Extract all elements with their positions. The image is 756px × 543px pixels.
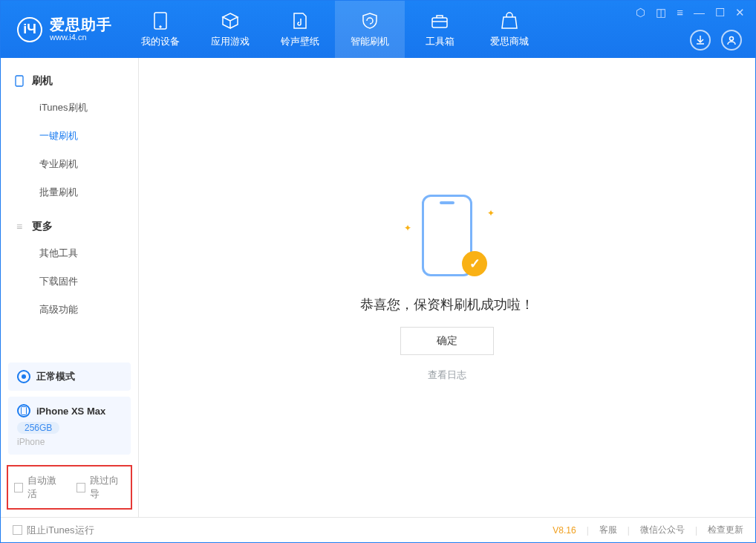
sidebar-item-itunes[interactable]: iTunes刷机 <box>1 94 138 122</box>
tab-apps[interactable]: 应用游戏 <box>195 1 265 58</box>
list-icon: ≡ <box>14 221 25 232</box>
cube-icon <box>221 11 240 30</box>
tab-wallpaper[interactable]: 铃声壁纸 <box>265 1 335 58</box>
sidebar-section-flash: 刷机 <box>1 68 138 94</box>
checkbox-icon <box>76 483 85 492</box>
footer-link-update[interactable]: 检查更新 <box>708 524 743 536</box>
storage-badge: 256GB <box>17 422 59 434</box>
sidebar-item-advanced[interactable]: 高级功能 <box>1 296 138 324</box>
window-controls: ⬡ ◫ ≡ — ☐ ✕ <box>636 7 745 18</box>
app-title: 爱思助手 <box>50 16 112 33</box>
svg-point-4 <box>730 37 734 41</box>
version-label: V8.16 <box>553 525 576 536</box>
section-title-label: 更多 <box>32 220 53 233</box>
tab-store[interactable]: 爱思商城 <box>475 1 544 58</box>
device-type: iPhone <box>17 437 122 447</box>
app-subtitle: www.i4.cn <box>50 33 112 42</box>
sidebar-item-other[interactable]: 其他工具 <box>1 239 138 267</box>
user-button[interactable] <box>721 30 742 51</box>
tab-label: 工具箱 <box>426 35 454 48</box>
minimize-icon[interactable]: — <box>694 7 705 18</box>
lock-icon[interactable]: ◫ <box>656 7 666 18</box>
section-title-label: 刷机 <box>32 74 53 88</box>
sidebar-options-highlight: 自动激活 跳过向导 <box>7 465 132 510</box>
download-icon <box>695 35 706 45</box>
bag-icon <box>500 11 519 30</box>
device-icon <box>17 404 30 417</box>
checkbox-auto-activate[interactable]: 自动激活 <box>14 474 63 501</box>
menu-icon[interactable]: ≡ <box>677 7 683 18</box>
tab-label: 智能刷机 <box>351 35 389 48</box>
footer-link-wechat[interactable]: 微信公众号 <box>640 524 685 536</box>
mode-label: 正常模式 <box>36 370 75 383</box>
checkbox-skip-guide[interactable]: 跳过向导 <box>76 474 126 501</box>
tab-flash[interactable]: 智能刷机 <box>335 1 405 58</box>
tab-label: 我的设备 <box>141 35 180 48</box>
close-icon[interactable]: ✕ <box>735 7 745 18</box>
sidebar-item-oneclick[interactable]: 一键刷机 <box>1 122 138 150</box>
sidebar-item-firmware[interactable]: 下载固件 <box>1 267 138 296</box>
tab-my-device[interactable]: 我的设备 <box>126 1 195 58</box>
music-file-icon <box>290 11 310 30</box>
sidebar-item-batch[interactable]: 批量刷机 <box>1 178 138 207</box>
tab-label: 应用游戏 <box>211 35 250 48</box>
svg-rect-6 <box>22 407 27 415</box>
phone-icon <box>14 76 25 86</box>
checkbox-label: 自动激活 <box>27 474 62 501</box>
view-log-link[interactable]: 查看日志 <box>428 368 466 382</box>
header: iЧ 爱思助手 www.i4.cn 我的设备 应用游戏 铃声壁纸 智能刷机 <box>1 1 755 58</box>
mode-card[interactable]: 正常模式 <box>8 362 131 391</box>
spark-icon: ✦ <box>404 223 411 233</box>
footer-link-support[interactable]: 客服 <box>599 524 617 536</box>
tab-toolbox[interactable]: 工具箱 <box>405 1 475 58</box>
device-name: iPhone XS Max <box>36 406 105 417</box>
tshirt-icon[interactable]: ⬡ <box>636 7 645 18</box>
checkbox-block-itunes[interactable]: 阻止iTunes运行 <box>13 524 94 537</box>
success-illustration: ✦ ✦ ✓ <box>403 193 492 282</box>
checkbox-label: 阻止iTunes运行 <box>27 524 94 537</box>
app-window: iЧ 爱思助手 www.i4.cn 我的设备 应用游戏 铃声壁纸 智能刷机 <box>0 0 756 543</box>
device-icon <box>151 11 170 30</box>
download-button[interactable] <box>690 30 711 51</box>
logo: iЧ 爱思助手 www.i4.cn <box>1 16 126 42</box>
maximize-icon[interactable]: ☐ <box>715 7 725 18</box>
logo-icon: iЧ <box>17 17 42 42</box>
sidebar: 刷机 iTunes刷机 一键刷机 专业刷机 批量刷机 ≡ 更多 其他工具 下载固… <box>1 58 139 517</box>
footer: 阻止iTunes运行 V8.16 | 客服 | 微信公众号 | 检查更新 <box>1 517 755 542</box>
body: 刷机 iTunes刷机 一键刷机 专业刷机 批量刷机 ≡ 更多 其他工具 下载固… <box>1 58 755 517</box>
spark-icon: ✦ <box>487 208 495 218</box>
shield-refresh-icon <box>360 11 379 30</box>
device-card[interactable]: iPhone XS Max 256GB iPhone <box>8 397 131 455</box>
tab-label: 铃声壁纸 <box>281 35 319 48</box>
user-icon <box>726 35 737 45</box>
checkbox-icon <box>13 525 22 535</box>
checkbox-label: 跳过向导 <box>90 474 125 501</box>
svg-point-1 <box>160 25 161 27</box>
mode-icon <box>17 370 30 383</box>
success-message: 恭喜您，保资料刷机成功啦！ <box>360 296 534 313</box>
check-icon: ✓ <box>462 251 487 276</box>
main-content: ✦ ✦ ✓ 恭喜您，保资料刷机成功啦！ 确定 查看日志 <box>139 58 755 517</box>
svg-rect-2 <box>432 18 447 27</box>
toolbox-icon <box>430 11 449 30</box>
sidebar-item-pro[interactable]: 专业刷机 <box>1 150 138 178</box>
svg-rect-5 <box>16 76 23 86</box>
tab-label: 爱思商城 <box>490 35 529 48</box>
ok-button[interactable]: 确定 <box>400 327 494 355</box>
checkbox-icon <box>14 483 23 492</box>
sidebar-section-more: ≡ 更多 <box>1 214 138 239</box>
header-tabs: 我的设备 应用游戏 铃声壁纸 智能刷机 工具箱 爱思商城 <box>126 1 544 58</box>
